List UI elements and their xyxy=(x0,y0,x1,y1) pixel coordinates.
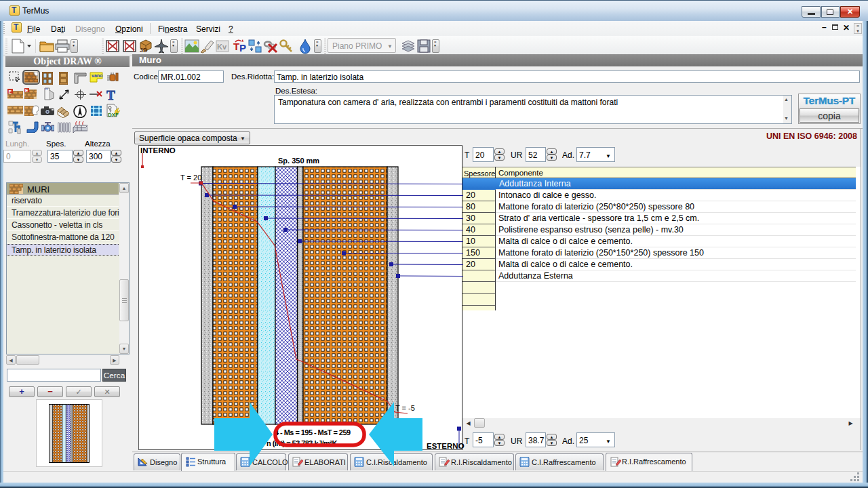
svg-text:P: P xyxy=(239,42,246,54)
svg-text:3D: 3D xyxy=(140,47,148,54)
svg-text:n: n xyxy=(45,87,47,91)
svg-text:T: T xyxy=(106,88,115,101)
svg-text:T: T xyxy=(233,41,239,52)
svg-text:DXF: DXF xyxy=(108,112,119,118)
svg-text:vano: vano xyxy=(92,73,102,78)
svg-text:Kv: Kv xyxy=(217,43,227,51)
svg-text:E: E xyxy=(25,88,28,93)
svg-text:E: E xyxy=(9,89,12,94)
